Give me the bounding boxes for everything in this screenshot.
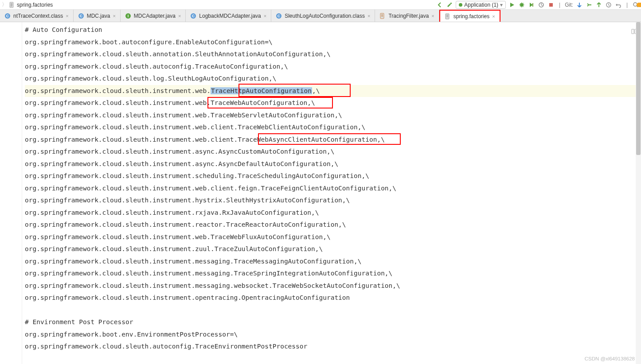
breadcrumb-bar: 〉 spring.factories Application (1) ▾ — [0, 0, 641, 10]
svg-rect-0 — [10, 2, 13, 8]
file-type-icon: C — [78, 13, 84, 19]
svg-text:C: C — [79, 14, 82, 18]
tab-label: ntTraceContext.class — [13, 13, 63, 19]
close-icon[interactable]: × — [178, 13, 181, 19]
svg-rect-18 — [446, 14, 449, 19]
tab-label: LogbackMDCAdapter.java — [199, 13, 261, 19]
code-line[interactable]: org.springframework.cloud.sleuth.instrum… — [25, 219, 638, 231]
profile-icon[interactable] — [538, 1, 545, 8]
toolbar-right: Application (1) ▾ | Git: — [436, 1, 639, 9]
tab-logbackmdcadapter-java[interactable]: CLogbackMDCAdapter.java× — [186, 10, 271, 22]
svg-rect-1 — [450, 2, 452, 4]
file-type-icon: C — [190, 13, 196, 19]
tab-mdc-java[interactable]: CMDC.java× — [74, 10, 121, 22]
run-config-dropdown[interactable]: Application (1) ▾ — [456, 1, 506, 9]
tab-tracingfilter-java[interactable]: TracingFilter.java× — [375, 10, 439, 22]
code-line[interactable]: org.springframework.cloud.sleuth.instrum… — [25, 109, 638, 122]
code-line[interactable]: org.springframework.boot.env.Environment… — [25, 329, 638, 341]
file-type-icon: I — [125, 13, 131, 19]
file-type-icon: C — [4, 13, 11, 19]
svg-text:I: I — [128, 14, 129, 18]
stop-icon[interactable] — [547, 1, 555, 8]
svg-rect-4 — [549, 3, 553, 7]
code-line[interactable]: org.springframework.cloud.sleuth.log.Sle… — [25, 73, 638, 85]
code-line[interactable]: org.springframework.cloud.sleuth.autocon… — [25, 61, 638, 73]
close-icon[interactable]: × — [113, 13, 115, 19]
close-icon[interactable]: × — [431, 13, 434, 19]
editor: # Auto Configurationorg.springframework.… — [0, 22, 641, 364]
run-icon[interactable] — [508, 1, 516, 8]
code-line[interactable]: org.springframework.cloud.sleuth.instrum… — [25, 280, 638, 292]
code-line[interactable]: org.springframework.cloud.sleuth.instrum… — [25, 194, 638, 207]
code-line[interactable]: org.springframework.cloud.sleuth.autocon… — [25, 341, 638, 353]
tab-label: TracingFilter.java — [388, 13, 429, 19]
tab-sleuthlogautoconfiguration-class[interactable]: CSleuthLogAutoConfiguration.class× — [271, 10, 375, 22]
code-line[interactable]: org.springframework.cloud.sleuth.instrum… — [25, 85, 638, 97]
code-line[interactable]: org.springframework.cloud.sleuth.annotat… — [25, 48, 638, 61]
run-config-label: Application (1) — [464, 2, 498, 8]
file-type-icon — [445, 13, 451, 19]
git-revert-icon[interactable] — [615, 1, 622, 8]
tab-label: spring.factories — [453, 13, 489, 19]
scrollbar-vertical[interactable] — [636, 22, 641, 364]
code-line[interactable]: org.springframework.cloud.sleuth.instrum… — [25, 121, 638, 134]
gutter[interactable] — [0, 22, 22, 364]
code-line[interactable]: org.springframework.cloud.sleuth.instrum… — [25, 231, 638, 244]
toolbar-sep2: | — [626, 2, 628, 8]
code-area[interactable]: # Auto Configurationorg.springframework.… — [22, 22, 641, 364]
git-commit-icon[interactable] — [586, 1, 593, 8]
tab-label: SleuthLogAutoConfiguration.class — [285, 13, 365, 19]
hammer-icon[interactable] — [446, 1, 453, 8]
git-push-icon[interactable] — [595, 1, 602, 8]
tab-spring-factories[interactable]: spring.factories× — [439, 10, 500, 22]
code-line[interactable]: org.springframework.cloud.sleuth.instrum… — [25, 243, 638, 256]
run-coverage-icon[interactable] — [528, 1, 535, 8]
close-icon[interactable]: × — [264, 13, 266, 19]
tab-label: MDC.java — [87, 13, 110, 19]
code-line[interactable]: org.springframework.cloud.sleuth.instrum… — [25, 170, 638, 182]
tab-mdcadapter-java[interactable]: IMDCAdapter.java× — [121, 10, 186, 22]
code-line[interactable]: # Environment Post Processor — [25, 316, 638, 329]
code-line[interactable]: org.springframework.cloud.sleuth.instrum… — [25, 146, 638, 158]
svg-text:C: C — [6, 14, 9, 18]
code-line[interactable]: org.springframework.cloud.sleuth.instrum… — [25, 97, 638, 109]
file-type-icon — [379, 13, 386, 19]
code-line[interactable]: org.springframework.cloud.sleuth.instrum… — [25, 256, 638, 268]
svg-text:C: C — [278, 14, 281, 18]
notification-badge[interactable] — [637, 3, 641, 7]
code-line[interactable]: org.springframework.cloud.sleuth.instrum… — [25, 292, 638, 304]
toolbar-sep: | — [559, 2, 560, 8]
watermark: CSDN @xl649138628 — [585, 356, 635, 361]
code-line[interactable]: # Auto Configuration — [25, 24, 638, 36]
close-icon[interactable]: × — [367, 13, 370, 19]
scrollbar-thumb[interactable] — [636, 22, 641, 155]
git-update-icon[interactable] — [576, 1, 583, 8]
tabs-bar: CntTraceContext.class×CMDC.java×IMDCAdap… — [0, 10, 641, 22]
close-icon[interactable]: × — [66, 13, 68, 19]
back-icon[interactable] — [436, 1, 443, 8]
close-icon[interactable]: × — [492, 14, 495, 19]
breadcrumb-sep: 〉 — [2, 1, 7, 8]
breadcrumb-file[interactable]: spring.factories — [17, 2, 53, 8]
svg-text:C: C — [192, 14, 195, 18]
git-history-icon[interactable] — [605, 1, 612, 8]
git-label: Git: — [565, 2, 573, 8]
run-config-dot-icon — [459, 3, 462, 7]
tab-label: MDCAdapter.java — [134, 13, 176, 19]
code-line[interactable]: org.springframework.cloud.sleuth.instrum… — [25, 207, 638, 219]
code-line[interactable]: org.springframework.cloud.sleuth.instrum… — [25, 267, 638, 280]
file-type-icon: C — [276, 13, 282, 19]
chevron-down-icon: ▾ — [500, 2, 503, 8]
debug-icon[interactable] — [518, 1, 525, 8]
svg-rect-17 — [380, 13, 384, 19]
file-icon — [9, 2, 15, 8]
code-line[interactable]: org.springframework.cloud.sleuth.instrum… — [25, 134, 638, 146]
text-selection: TraceHttpAutoConfiguration — [211, 87, 312, 94]
tab-nttracecontext-class[interactable]: CntTraceContext.class× — [0, 10, 74, 22]
code-line[interactable]: org.springframework.cloud.sleuth.instrum… — [25, 182, 638, 195]
code-line[interactable] — [25, 304, 638, 317]
code-line[interactable]: org.springframework.cloud.sleuth.instrum… — [25, 158, 638, 170]
code-line[interactable]: org.springframework.boot.autoconfigure.E… — [25, 36, 638, 49]
